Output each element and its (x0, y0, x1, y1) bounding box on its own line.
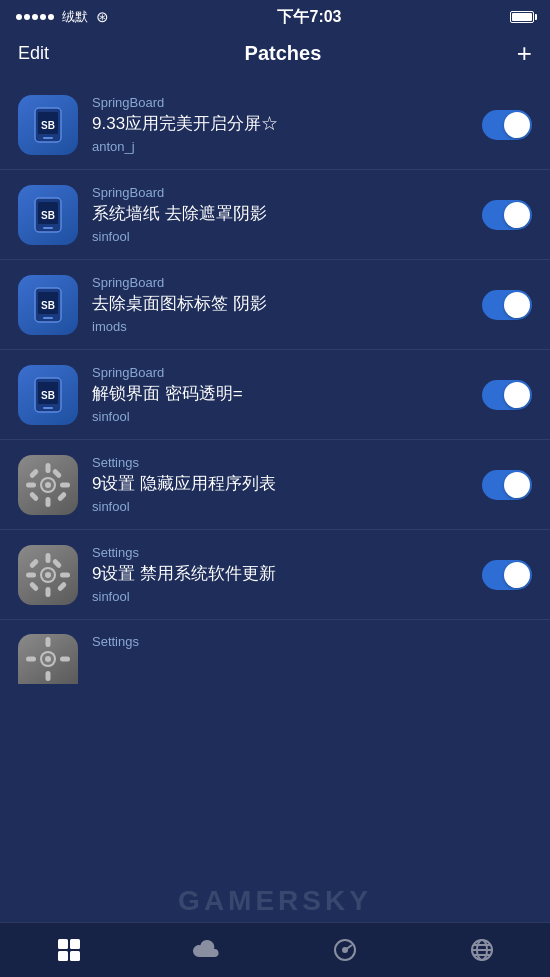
status-bar: 绒默 ⊛ 下午7:03 (0, 0, 550, 30)
patch-author: sinfool (92, 499, 470, 514)
svg-rect-45 (58, 939, 68, 949)
svg-rect-20 (60, 482, 70, 487)
svg-rect-47 (58, 951, 68, 961)
svg-rect-19 (26, 482, 36, 487)
wifi-icon: ⊛ (96, 8, 109, 26)
svg-point-26 (45, 482, 51, 488)
tab-grid[interactable] (46, 933, 92, 967)
svg-rect-41 (26, 657, 36, 662)
patch-category: Settings (92, 545, 470, 560)
settings-svg (21, 548, 75, 602)
list-item: SB SpringBoard 系统墙纸 去除遮罩阴影 sinfool (0, 170, 550, 260)
svg-rect-21 (29, 468, 40, 479)
svg-text:SB: SB (41, 210, 55, 221)
settings-svg-partial (21, 634, 75, 684)
svg-rect-40 (46, 671, 51, 681)
patch-icon-settings (18, 455, 78, 515)
status-right (510, 11, 534, 23)
patch-info: SpringBoard 去除桌面图标标签 阴影 imods (92, 275, 470, 333)
svg-rect-23 (52, 468, 63, 479)
springboard-svg: SB (29, 376, 67, 414)
patch-name: 去除桌面图标标签 阴影 (92, 293, 470, 315)
settings-svg (21, 458, 75, 512)
gauge-icon (332, 937, 358, 963)
svg-text:SB: SB (41, 390, 55, 401)
tab-gauge[interactable] (322, 933, 368, 967)
patch-name: 9设置 隐藏应用程序列表 (92, 473, 470, 495)
patch-icon-springboard: SB (18, 275, 78, 335)
list-item: Settings 9设置 隐藏应用程序列表 sinfool (0, 440, 550, 530)
svg-rect-3 (43, 137, 53, 139)
list-item: SB SpringBoard 去除桌面图标标签 阴影 imods (0, 260, 550, 350)
patch-name: 9设置 禁用系统软件更新 (92, 563, 470, 585)
patch-author: imods (92, 319, 470, 334)
svg-rect-18 (46, 497, 51, 507)
tab-globe[interactable] (459, 933, 505, 967)
patch-category-partial: Settings (92, 634, 532, 649)
battery-icon (510, 11, 534, 23)
patch-icon-settings (18, 634, 78, 684)
svg-rect-31 (60, 572, 70, 577)
svg-rect-24 (29, 491, 40, 502)
patch-category: SpringBoard (92, 185, 470, 200)
patch-category: Settings (92, 455, 470, 470)
svg-rect-30 (26, 572, 36, 577)
svg-rect-28 (46, 553, 51, 563)
svg-point-51 (343, 948, 347, 952)
patch-icon-springboard: SB (18, 185, 78, 245)
svg-rect-42 (60, 657, 70, 662)
toggle-switch[interactable] (482, 110, 532, 140)
patch-info: SpringBoard 解锁界面 密码透明= sinfool (92, 365, 470, 423)
signal-dots (16, 14, 54, 20)
svg-rect-48 (70, 951, 80, 961)
toggle-switch[interactable] (482, 380, 532, 410)
svg-rect-11 (43, 317, 53, 319)
patch-category: SpringBoard (92, 365, 470, 380)
svg-rect-17 (46, 463, 51, 473)
svg-rect-33 (57, 581, 68, 592)
patch-author: sinfool (92, 229, 470, 244)
status-left: 绒默 ⊛ (16, 8, 109, 26)
svg-rect-29 (46, 587, 51, 597)
tab-bar (0, 922, 550, 977)
patch-info-partial: Settings (92, 634, 532, 652)
patch-author: sinfool (92, 589, 470, 604)
navigation-bar: Edit Patches + (0, 30, 550, 80)
patch-info: Settings 9设置 禁用系统软件更新 sinfool (92, 545, 470, 603)
springboard-svg: SB (29, 286, 67, 324)
svg-point-37 (45, 572, 51, 578)
svg-rect-7 (43, 227, 53, 229)
patch-name: 系统墙纸 去除遮罩阴影 (92, 203, 470, 225)
tab-cloud[interactable] (183, 935, 231, 965)
status-time: 下午7:03 (277, 7, 341, 28)
globe-icon (469, 937, 495, 963)
patch-name: 解锁界面 密码透明= (92, 383, 470, 405)
page-title: Patches (245, 42, 322, 65)
edit-button[interactable]: Edit (18, 43, 49, 64)
patch-info: SpringBoard 系统墙纸 去除遮罩阴影 sinfool (92, 185, 470, 243)
grid-icon (56, 937, 82, 963)
list-item: SB SpringBoard 解锁界面 密码透明= sinfool (0, 350, 550, 440)
patch-category: SpringBoard (92, 275, 470, 290)
toggle-switch[interactable] (482, 290, 532, 320)
patch-author: anton_j (92, 139, 470, 154)
list-item-partial: Settings (0, 620, 550, 690)
carrier-label: 绒默 (62, 8, 88, 26)
toggle-switch[interactable] (482, 560, 532, 590)
patch-icon-springboard: SB (18, 95, 78, 155)
battery-fill (512, 13, 532, 21)
svg-text:SB: SB (41, 120, 55, 131)
toggle-switch[interactable] (482, 200, 532, 230)
patch-author: sinfool (92, 409, 470, 424)
watermark: GAMERSKY (178, 885, 372, 917)
svg-rect-34 (52, 558, 63, 569)
svg-text:SB: SB (41, 300, 55, 311)
svg-rect-35 (29, 581, 40, 592)
list-item: SB SpringBoard 9.33应用完美开启分屏☆ anton_j (0, 80, 550, 170)
toggle-switch[interactable] (482, 470, 532, 500)
add-button[interactable]: + (517, 40, 532, 66)
cloud-icon (193, 939, 221, 961)
patch-list: SB SpringBoard 9.33应用完美开启分屏☆ anton_j SB … (0, 80, 550, 690)
springboard-svg: SB (29, 196, 67, 234)
patch-category: SpringBoard (92, 95, 470, 110)
